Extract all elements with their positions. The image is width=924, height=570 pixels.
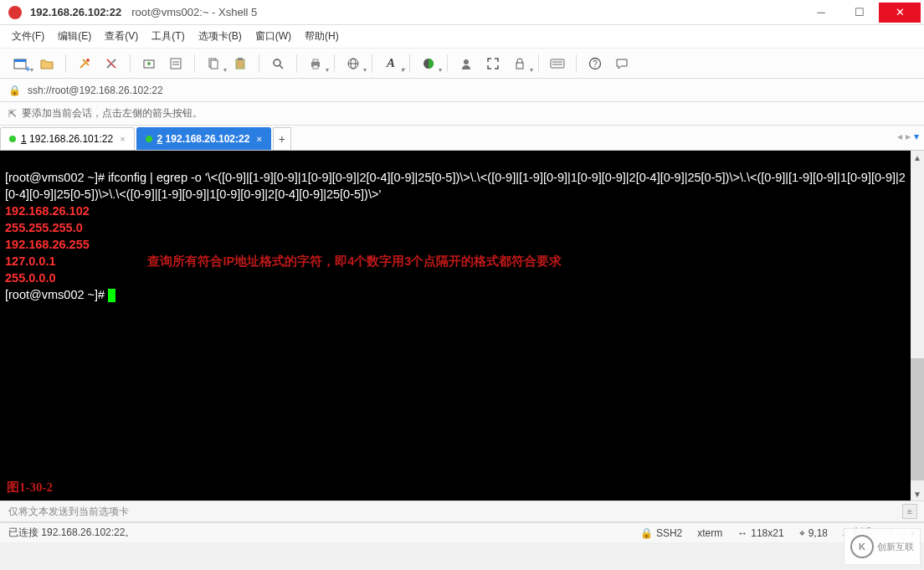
tab-next-icon[interactable]: ▸ xyxy=(906,131,911,142)
status-protocol: SSH2 xyxy=(656,527,682,539)
svg-rect-22 xyxy=(516,63,523,69)
scroll-thumb[interactable] xyxy=(911,358,924,481)
svg-rect-23 xyxy=(551,59,564,68)
tab-2[interactable]: 2 192.168.26.102:22 × xyxy=(136,127,271,150)
tab-index: 2 xyxy=(157,133,163,145)
svg-point-12 xyxy=(274,59,280,66)
svg-rect-11 xyxy=(238,58,243,60)
svg-rect-5 xyxy=(171,59,181,69)
svg-point-4 xyxy=(147,62,151,65)
search-icon[interactable] xyxy=(266,52,290,75)
status-dot-icon xyxy=(146,136,152,142)
reconnect-icon[interactable] xyxy=(137,52,161,75)
status-bar: 已连接 192.168.26.102:22。 🔒SSH2 xterm ↔118x… xyxy=(0,522,924,542)
scroll-down-icon[interactable]: ▼ xyxy=(913,487,921,501)
properties-icon[interactable] xyxy=(164,52,187,75)
connect-icon[interactable] xyxy=(73,52,96,75)
disconnect-icon[interactable] xyxy=(100,52,123,75)
send-placeholder: 仅将文本发送到当前选项卡 xyxy=(8,505,129,519)
tab-prev-icon[interactable]: ◂ xyxy=(897,131,902,142)
terminal-area: [root@vms002 ~]# ifconfig | egrep -o '\<… xyxy=(0,151,924,501)
maximize-button[interactable]: ☐ xyxy=(840,3,879,23)
svg-rect-16 xyxy=(313,65,318,69)
color-icon[interactable]: ▾ xyxy=(417,52,440,75)
status-termtype: xterm xyxy=(697,527,722,539)
send-menu-icon[interactable]: ≡ xyxy=(902,504,917,519)
fullscreen-icon[interactable] xyxy=(481,52,505,75)
print-icon[interactable]: ▾ xyxy=(304,52,327,75)
title-host: 192.168.26.102:22 xyxy=(30,6,121,18)
terminal-output: 127.0.0.1 xyxy=(5,254,55,268)
terminal-prompt: [root@vms002 ~]# xyxy=(5,288,108,301)
terminal-output: 255.0.0.0 xyxy=(5,271,55,285)
menu-help[interactable]: 帮助(H) xyxy=(305,29,339,44)
help-icon[interactable]: ? xyxy=(583,52,607,75)
address-url[interactable]: ssh://root@192.168.26.102:22 xyxy=(28,85,163,96)
svg-rect-1 xyxy=(14,59,26,62)
copy-icon[interactable]: ▾ xyxy=(202,52,225,75)
menu-tools[interactable]: 工具(T) xyxy=(151,29,184,44)
close-button[interactable]: ✕ xyxy=(879,3,921,23)
send-bar[interactable]: 仅将文本发送到当前选项卡 ≡ xyxy=(0,501,924,522)
chat-icon[interactable] xyxy=(610,52,634,75)
menu-file[interactable]: 文件(F) xyxy=(12,29,44,44)
watermark: K 创新互联 xyxy=(844,528,921,565)
terminal-output: 192.168.26.102 xyxy=(5,204,90,218)
tab-1[interactable]: 1 192.168.26.101:22 × xyxy=(0,127,135,150)
title-text: root@vms002:~ - Xshell 5 xyxy=(131,6,257,18)
menu-edit[interactable]: 编辑(E) xyxy=(58,29,91,44)
tab-list-icon[interactable]: ▾ xyxy=(914,131,919,142)
terminal[interactable]: [root@vms002 ~]# ifconfig | egrep -o '\<… xyxy=(0,151,911,501)
tab-label: 192.168.26.102:22 xyxy=(166,133,250,145)
scroll-track[interactable] xyxy=(911,164,924,487)
menu-tabs[interactable]: 选项卡(B) xyxy=(198,29,242,44)
scroll-up-icon[interactable]: ▲ xyxy=(913,151,921,164)
menubar: 文件(F) 编辑(E) 查看(V) 工具(T) 选项卡(B) 窗口(W) 帮助(… xyxy=(0,25,924,49)
terminal-output: 192.168.26.255 xyxy=(5,238,90,251)
minimize-button[interactable]: ─ xyxy=(802,3,840,23)
tab-strip: 1 192.168.26.101:22 × 2 192.168.26.102:2… xyxy=(0,126,924,151)
cursor-icon xyxy=(108,289,116,302)
terminal-scrollbar[interactable]: ▲ ▼ xyxy=(911,151,924,501)
status-connection: 已连接 192.168.26.102:22。 xyxy=(8,526,625,540)
user-icon[interactable] xyxy=(454,52,478,75)
tip-bar: ⇱ 要添加当前会话，点击左侧的箭头按钮。 xyxy=(0,102,924,126)
tab-index: 1 xyxy=(21,133,27,145)
arrow-tip-icon[interactable]: ⇱ xyxy=(8,108,17,120)
address-bar: 🔒 ssh://root@192.168.26.102:22 xyxy=(0,79,924,102)
app-icon xyxy=(8,6,22,19)
status-dot-icon xyxy=(9,136,16,142)
annotation-text: 查询所有符合IP地址格式的字符，即4个数字用3个点隔开的格式都符合要求 xyxy=(147,254,562,268)
svg-point-21 xyxy=(464,59,469,64)
svg-rect-10 xyxy=(236,59,244,69)
status-cursor: 9,18 xyxy=(808,527,828,539)
lock-icon[interactable]: ▾ xyxy=(508,52,531,75)
terminal-output: 255.255.255.0 xyxy=(5,221,83,234)
font-icon[interactable]: A▾ xyxy=(379,52,403,75)
status-size: 118x21 xyxy=(751,527,783,539)
new-session-icon[interactable]: ▾ xyxy=(8,52,32,75)
tab-close-icon[interactable]: × xyxy=(120,134,125,144)
open-icon[interactable] xyxy=(35,52,59,75)
figure-label: 图1-30-2 xyxy=(7,480,53,496)
svg-line-13 xyxy=(280,65,283,69)
cursor-pos-icon: ⌖ xyxy=(799,527,805,539)
svg-rect-9 xyxy=(211,60,218,69)
menu-view[interactable]: 查看(V) xyxy=(105,29,138,44)
watermark-text: 创新互联 xyxy=(877,541,914,553)
globe-icon[interactable]: ▾ xyxy=(341,52,365,75)
menu-window[interactable]: 窗口(W) xyxy=(255,29,291,44)
titlebar: 192.168.26.102:22 root@vms002:~ - Xshell… xyxy=(0,0,924,25)
svg-rect-15 xyxy=(313,59,318,62)
toolbar: ▾ ▾ ▾ ▾ A▾ ▾ ▾ ? xyxy=(0,49,924,79)
tab-add-button[interactable]: + xyxy=(273,127,291,150)
tab-close-icon[interactable]: × xyxy=(256,134,261,144)
watermark-logo-icon: K xyxy=(850,535,874,558)
terminal-cmd: [root@vms002 ~]# ifconfig | egrep -o '\<… xyxy=(5,171,906,201)
svg-point-2 xyxy=(86,59,90,62)
paste-icon[interactable] xyxy=(228,52,252,75)
resize-icon: ↔ xyxy=(737,527,747,539)
tab-label: 192.168.26.101:22 xyxy=(29,133,113,145)
svg-text:?: ? xyxy=(593,59,598,69)
keyboard-icon[interactable] xyxy=(546,52,569,75)
